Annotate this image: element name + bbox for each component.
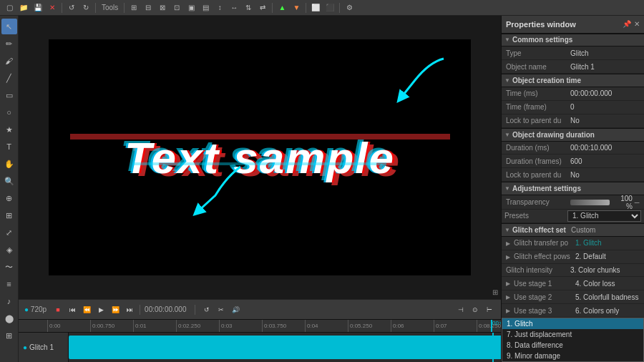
transparency-minus[interactable]: − bbox=[634, 197, 640, 208]
tool-line[interactable]: ╱ bbox=[1, 70, 17, 86]
canvas-fullscreen-btn[interactable]: ⊞ bbox=[492, 288, 498, 296]
glitch-intensity-row: Glitch intensity 3. Color chunks bbox=[502, 264, 644, 278]
prop-objname-value[interactable]: Glitch 1 bbox=[570, 63, 640, 71]
align-center[interactable]: ⊙ bbox=[469, 304, 481, 315]
prop-lock2-value[interactable]: No bbox=[570, 171, 640, 179]
step-fwd-btn[interactable]: ⏩ bbox=[109, 304, 121, 315]
tool-star[interactable]: ★ bbox=[1, 122, 17, 137]
tb-icon15[interactable]: ⚙ bbox=[343, 1, 356, 14]
tb-icon14[interactable]: ⬛ bbox=[323, 1, 336, 14]
vol-btn[interactable]: 🔊 bbox=[230, 304, 241, 315]
clip-btn[interactable]: ✂ bbox=[215, 304, 227, 315]
tool-crop[interactable]: ⊞ bbox=[1, 207, 17, 223]
sep3 bbox=[124, 3, 125, 13]
stage2-label: Use stage 2 bbox=[514, 293, 575, 301]
section-common-settings[interactable]: ▼ Common settings bbox=[502, 34, 644, 47]
align-left[interactable]: ⊣ bbox=[455, 304, 467, 315]
play-btn[interactable]: ▶ bbox=[95, 304, 107, 315]
toolbar-open[interactable]: 📁 bbox=[17, 1, 30, 14]
tb-icon6[interactable]: ▤ bbox=[199, 1, 212, 14]
align-right[interactable]: ⊢ bbox=[484, 304, 495, 315]
tb-icon12[interactable]: ▼ bbox=[290, 1, 303, 14]
toolbar-redo[interactable]: ↻ bbox=[79, 1, 92, 14]
tool-pen[interactable]: ✏ bbox=[1, 36, 17, 52]
tb-icon4[interactable]: ⊡ bbox=[170, 1, 183, 14]
tool-extra[interactable]: ⊞ bbox=[1, 328, 17, 343]
section-creation-time[interactable]: ▼ Object creation time bbox=[502, 74, 644, 87]
tb-icon11[interactable]: ▲ bbox=[275, 1, 288, 14]
section-arrow-common: ▼ bbox=[504, 36, 510, 43]
glitch-list-item-7[interactable]: 7. Just displacement bbox=[502, 329, 643, 340]
prop-durationms-value[interactable]: 00:00:10.000 bbox=[570, 144, 640, 152]
tool-rect[interactable]: ▭ bbox=[1, 87, 17, 103]
prop-timeframe-label: Time (frame) bbox=[506, 103, 570, 111]
glitch-transfer-row[interactable]: ▶ Glitch transfer po 1. Glitch bbox=[502, 237, 644, 250]
main-area: ↖ ✏ 🖌 ╱ ▭ ○ ★ T ✋ 🔍 ⊕ ⊞ ⤢ ◈ 〜 ≡ ♪ ⬤ ⊞ Te… bbox=[0, 16, 644, 362]
next-frame-btn[interactable]: ⏭ bbox=[124, 304, 135, 315]
step-back-btn[interactable]: ⏪ bbox=[81, 304, 92, 315]
track-clip-glitch1[interactable] bbox=[69, 336, 501, 359]
tool-eyedrop[interactable]: ⊕ bbox=[1, 190, 17, 206]
prop-lock1-value[interactable]: No bbox=[570, 117, 640, 124]
toolbar-new[interactable]: ▢ bbox=[3, 1, 16, 14]
prop-timeframe-value[interactable]: 0 bbox=[570, 103, 640, 111]
tb-icon8[interactable]: ↔ bbox=[228, 1, 240, 14]
tool-hand[interactable]: ✋ bbox=[1, 156, 17, 172]
tool-note[interactable]: ♪ bbox=[1, 293, 17, 309]
prev-frame-btn[interactable]: ⏮ bbox=[67, 304, 78, 315]
prop-timems-value[interactable]: 00:00:00.000 bbox=[570, 89, 640, 97]
tool-brush[interactable]: 🖌 bbox=[1, 53, 17, 69]
section-drawing-duration[interactable]: ▼ Object drawing duration bbox=[502, 128, 644, 142]
glitch-list-item-9[interactable]: 9. Minor damage bbox=[502, 351, 643, 361]
loop-btn[interactable]: ↺ bbox=[201, 304, 213, 315]
play-stop-btn[interactable]: ■ bbox=[52, 304, 64, 315]
transparency-bar[interactable] bbox=[570, 200, 610, 205]
track-name: Glitch 1 bbox=[29, 343, 54, 351]
tool-text[interactable]: T bbox=[1, 139, 17, 155]
tool-paint[interactable]: ⬤ bbox=[1, 310, 17, 326]
section-glitch-effect[interactable]: ▼ Glitch effect set Custom bbox=[502, 223, 644, 237]
tb-icon9[interactable]: ⇅ bbox=[242, 1, 255, 14]
properties-panel: Properties window 📌 ✕ ▼ Common settings … bbox=[501, 16, 644, 362]
tb-icon1[interactable]: ⊞ bbox=[127, 1, 140, 14]
section-adjustment[interactable]: ▼ Adjustment settings bbox=[502, 182, 644, 195]
toolbar-close[interactable]: ✕ bbox=[46, 1, 59, 14]
tool-select[interactable]: ↖ bbox=[1, 19, 17, 34]
glitch-intensity-value[interactable]: 3. Color chunks bbox=[570, 266, 640, 274]
tb-icon2[interactable]: ⊟ bbox=[142, 1, 155, 14]
canvas-area: Text sample Text sample Text sample bbox=[19, 16, 501, 299]
toolbar-save[interactable]: 💾 bbox=[31, 1, 44, 14]
tb-icon3[interactable]: ⊠ bbox=[156, 1, 169, 14]
tool-move[interactable]: ⤢ bbox=[1, 225, 17, 240]
ruler-8: 0:06 bbox=[391, 320, 434, 332]
tool-anchor[interactable]: ◈ bbox=[1, 242, 17, 258]
timeline-ruler: 0:00 0:00.750 0:01 0:02.250 0:03 0:03.75… bbox=[19, 320, 501, 333]
stage2-value: 5. Colorfull badness bbox=[575, 293, 638, 301]
use-stage1-row[interactable]: ▶ Use stage 1 4. Color loss bbox=[502, 277, 644, 290]
tool-wave[interactable]: 〜 bbox=[1, 259, 17, 275]
glitch-list-item-8[interactable]: 8. Data difference bbox=[502, 340, 643, 351]
prop-durationframes-value[interactable]: 600 bbox=[570, 157, 640, 165]
glitch-effect-pows-row[interactable]: ▶ Glitch effect pows 2. Default bbox=[502, 250, 644, 264]
tool-oval[interactable]: ○ bbox=[1, 104, 17, 120]
tb-icon13[interactable]: ⬜ bbox=[309, 1, 322, 14]
toolbar-undo[interactable]: ↺ bbox=[65, 1, 78, 14]
ruler-3: 0:02.250 bbox=[176, 320, 219, 332]
tool-zoom[interactable]: 🔍 bbox=[1, 173, 17, 189]
tb-icon10[interactable]: ⇄ bbox=[256, 1, 269, 14]
prop-duration-ms: Duration (ms) 00:00:10.000 bbox=[502, 142, 644, 155]
tb-icon5[interactable]: ▣ bbox=[185, 1, 197, 14]
use-stage2-row[interactable]: ▶ Use stage 2 5. Colorfull badness bbox=[502, 290, 644, 304]
tb-icon7[interactable]: ↕ bbox=[213, 1, 226, 14]
tool-bar[interactable]: ≡ bbox=[1, 276, 17, 292]
panel-close-icon[interactable]: ✕ bbox=[634, 20, 640, 28]
pin-icon[interactable]: 📌 bbox=[623, 20, 631, 28]
time-display: 00:00:00.000 bbox=[145, 305, 186, 313]
glitch-container: Text sample bbox=[49, 132, 471, 183]
track-lane-glitch1[interactable] bbox=[69, 333, 501, 362]
timeline-tracks: ● Glitch 1 bbox=[19, 333, 501, 362]
use-stage3-row[interactable]: ▶ Use stage 3 6. Colors only bbox=[502, 304, 644, 318]
glitch-list-item-1[interactable]: 1. Glitch bbox=[502, 318, 643, 329]
presets-dropdown[interactable]: 1. Glitch bbox=[567, 210, 641, 222]
tools-label: Tools bbox=[99, 4, 121, 11]
